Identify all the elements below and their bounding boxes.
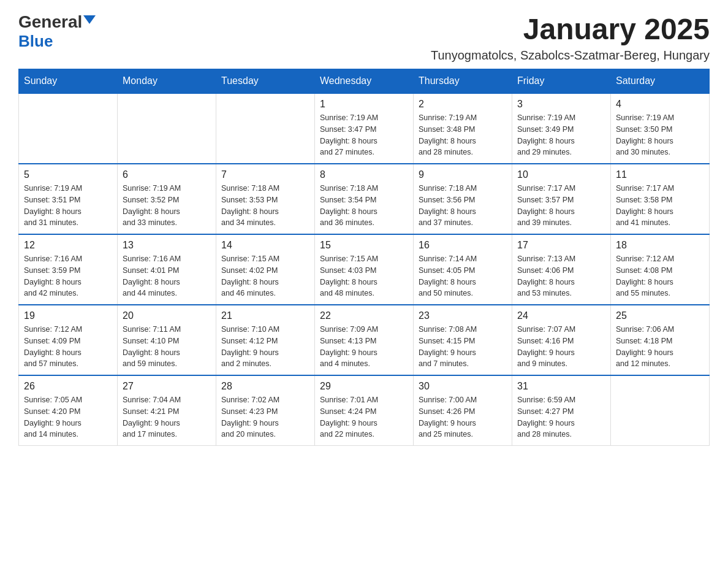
day-number: 1: [320, 99, 408, 110]
day-number: 12: [24, 240, 112, 251]
calendar-cell: 19Sunrise: 7:12 AMSunset: 4:09 PMDayligh…: [19, 305, 118, 375]
day-info: Sunrise: 7:16 AMSunset: 3:59 PMDaylight:…: [24, 253, 112, 299]
calendar-cell: [216, 93, 315, 164]
day-number: 16: [419, 240, 507, 251]
calendar-cell: 23Sunrise: 7:08 AMSunset: 4:15 PMDayligh…: [414, 305, 512, 375]
day-number: 7: [221, 169, 309, 180]
month-year-title: January 2025: [431, 12, 710, 46]
calendar-cell: 21Sunrise: 7:10 AMSunset: 4:12 PMDayligh…: [216, 305, 315, 375]
title-section: January 2025 Tunyogmatolcs, Szabolcs-Sza…: [431, 12, 710, 63]
day-info: Sunrise: 7:11 AMSunset: 4:10 PMDaylight:…: [123, 324, 211, 370]
day-number: 27: [123, 381, 211, 392]
day-number: 19: [24, 310, 112, 321]
day-info: Sunrise: 7:12 AMSunset: 4:08 PMDaylight:…: [616, 253, 704, 299]
day-number: 5: [24, 169, 112, 180]
calendar-cell: 7Sunrise: 7:18 AMSunset: 3:53 PMDaylight…: [216, 164, 315, 234]
day-info: Sunrise: 7:15 AMSunset: 4:03 PMDaylight:…: [320, 253, 408, 299]
column-header-friday: Friday: [512, 69, 611, 94]
day-number: 8: [320, 169, 408, 180]
calendar-cell: 3Sunrise: 7:19 AMSunset: 3:49 PMDaylight…: [512, 93, 611, 164]
calendar-cell: 25Sunrise: 7:06 AMSunset: 4:18 PMDayligh…: [611, 305, 710, 375]
logo: General Blue: [18, 12, 96, 51]
day-number: 21: [221, 310, 309, 321]
logo-blue: Blue: [18, 32, 53, 51]
calendar-week-row: 1Sunrise: 7:19 AMSunset: 3:47 PMDaylight…: [19, 93, 710, 164]
day-number: 20: [123, 310, 211, 321]
calendar-cell: 8Sunrise: 7:18 AMSunset: 3:54 PMDaylight…: [315, 164, 414, 234]
location-subtitle: Tunyogmatolcs, Szabolcs-Szatmar-Bereg, H…: [431, 48, 710, 63]
calendar-week-row: 5Sunrise: 7:19 AMSunset: 3:51 PMDaylight…: [19, 164, 710, 234]
calendar-cell: 6Sunrise: 7:19 AMSunset: 3:52 PMDaylight…: [118, 164, 216, 234]
calendar-cell: 29Sunrise: 7:01 AMSunset: 4:24 PMDayligh…: [315, 375, 414, 446]
calendar-cell: 27Sunrise: 7:04 AMSunset: 4:21 PMDayligh…: [118, 375, 216, 446]
day-number: 2: [419, 99, 507, 110]
day-number: 6: [123, 169, 211, 180]
day-number: 25: [616, 310, 704, 321]
day-number: 17: [517, 240, 605, 251]
day-number: 3: [517, 99, 605, 110]
calendar-cell: 16Sunrise: 7:14 AMSunset: 4:05 PMDayligh…: [414, 234, 512, 305]
day-info: Sunrise: 7:00 AMSunset: 4:26 PMDaylight:…: [419, 394, 507, 440]
calendar-cell: [118, 93, 216, 164]
day-info: Sunrise: 7:18 AMSunset: 3:54 PMDaylight:…: [320, 183, 408, 229]
day-info: Sunrise: 7:07 AMSunset: 4:16 PMDaylight:…: [517, 324, 605, 370]
calendar-cell: 12Sunrise: 7:16 AMSunset: 3:59 PMDayligh…: [19, 234, 118, 305]
day-number: 22: [320, 310, 408, 321]
day-number: 31: [517, 381, 605, 392]
calendar-cell: 11Sunrise: 7:17 AMSunset: 3:58 PMDayligh…: [611, 164, 710, 234]
day-number: 30: [419, 381, 507, 392]
calendar-cell: 2Sunrise: 7:19 AMSunset: 3:48 PMDaylight…: [414, 93, 512, 164]
day-info: Sunrise: 7:10 AMSunset: 4:12 PMDaylight:…: [221, 324, 309, 370]
day-info: Sunrise: 7:19 AMSunset: 3:48 PMDaylight:…: [419, 112, 507, 158]
day-info: Sunrise: 7:15 AMSunset: 4:02 PMDaylight:…: [221, 253, 309, 299]
day-number: 23: [419, 310, 507, 321]
column-header-sunday: Sunday: [19, 69, 118, 94]
day-info: Sunrise: 7:05 AMSunset: 4:20 PMDaylight:…: [24, 394, 112, 440]
day-info: Sunrise: 7:08 AMSunset: 4:15 PMDaylight:…: [419, 324, 507, 370]
day-number: 13: [123, 240, 211, 251]
day-number: 14: [221, 240, 309, 251]
calendar-cell: 14Sunrise: 7:15 AMSunset: 4:02 PMDayligh…: [216, 234, 315, 305]
day-info: Sunrise: 7:17 AMSunset: 3:57 PMDaylight:…: [517, 183, 605, 229]
calendar-cell: [611, 375, 710, 446]
day-info: Sunrise: 7:19 AMSunset: 3:52 PMDaylight:…: [123, 183, 211, 229]
calendar-cell: 15Sunrise: 7:15 AMSunset: 4:03 PMDayligh…: [315, 234, 414, 305]
calendar-cell: 9Sunrise: 7:18 AMSunset: 3:56 PMDaylight…: [414, 164, 512, 234]
calendar-cell: 10Sunrise: 7:17 AMSunset: 3:57 PMDayligh…: [512, 164, 611, 234]
logo-triangle-icon: [83, 15, 96, 24]
calendar-cell: 4Sunrise: 7:19 AMSunset: 3:50 PMDaylight…: [611, 93, 710, 164]
column-header-thursday: Thursday: [414, 69, 512, 94]
day-info: Sunrise: 7:02 AMSunset: 4:23 PMDaylight:…: [221, 394, 309, 440]
calendar-week-row: 12Sunrise: 7:16 AMSunset: 3:59 PMDayligh…: [19, 234, 710, 305]
day-number: 9: [419, 169, 507, 180]
calendar-cell: 22Sunrise: 7:09 AMSunset: 4:13 PMDayligh…: [315, 305, 414, 375]
day-info: Sunrise: 7:16 AMSunset: 4:01 PMDaylight:…: [123, 253, 211, 299]
calendar-cell: 1Sunrise: 7:19 AMSunset: 3:47 PMDaylight…: [315, 93, 414, 164]
day-info: Sunrise: 7:06 AMSunset: 4:18 PMDaylight:…: [616, 324, 704, 370]
day-number: 28: [221, 381, 309, 392]
day-info: Sunrise: 7:18 AMSunset: 3:56 PMDaylight:…: [419, 183, 507, 229]
day-number: 15: [320, 240, 408, 251]
calendar-cell: 18Sunrise: 7:12 AMSunset: 4:08 PMDayligh…: [611, 234, 710, 305]
day-info: Sunrise: 7:19 AMSunset: 3:47 PMDaylight:…: [320, 112, 408, 158]
column-header-saturday: Saturday: [611, 69, 710, 94]
day-info: Sunrise: 6:59 AMSunset: 4:27 PMDaylight:…: [517, 394, 605, 440]
day-info: Sunrise: 7:01 AMSunset: 4:24 PMDaylight:…: [320, 394, 408, 440]
calendar-cell: 13Sunrise: 7:16 AMSunset: 4:01 PMDayligh…: [118, 234, 216, 305]
calendar-cell: 31Sunrise: 6:59 AMSunset: 4:27 PMDayligh…: [512, 375, 611, 446]
day-info: Sunrise: 7:19 AMSunset: 3:51 PMDaylight:…: [24, 183, 112, 229]
day-number: 29: [320, 381, 408, 392]
calendar-table: SundayMondayTuesdayWednesdayThursdayFrid…: [18, 69, 710, 446]
logo-general: General: [18, 12, 82, 32]
calendar-week-row: 19Sunrise: 7:12 AMSunset: 4:09 PMDayligh…: [19, 305, 710, 375]
day-info: Sunrise: 7:17 AMSunset: 3:58 PMDaylight:…: [616, 183, 704, 229]
calendar-header-row: SundayMondayTuesdayWednesdayThursdayFrid…: [19, 69, 710, 94]
calendar-cell: 20Sunrise: 7:11 AMSunset: 4:10 PMDayligh…: [118, 305, 216, 375]
day-number: 10: [517, 169, 605, 180]
day-info: Sunrise: 7:19 AMSunset: 3:50 PMDaylight:…: [616, 112, 704, 158]
calendar-cell: 26Sunrise: 7:05 AMSunset: 4:20 PMDayligh…: [19, 375, 118, 446]
day-info: Sunrise: 7:04 AMSunset: 4:21 PMDaylight:…: [123, 394, 211, 440]
day-info: Sunrise: 7:19 AMSunset: 3:49 PMDaylight:…: [517, 112, 605, 158]
day-number: 18: [616, 240, 704, 251]
calendar-cell: [19, 93, 118, 164]
